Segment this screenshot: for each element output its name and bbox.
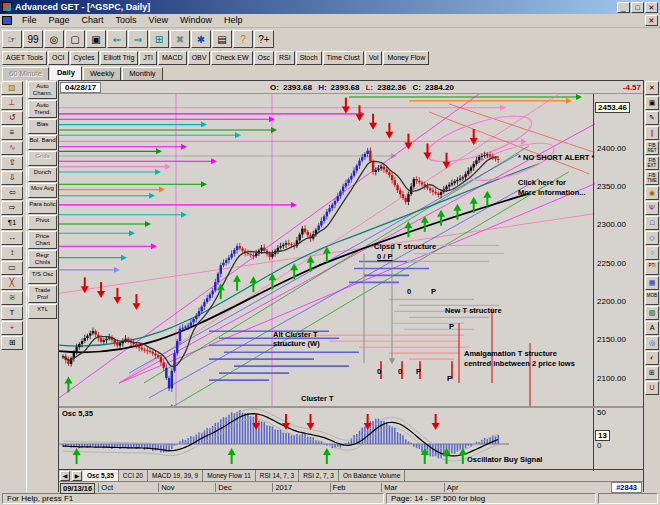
study-button-12[interactable]: Trade Prof [28,285,57,303]
box-tool-icon[interactable]: □ [645,216,659,230]
tab-scroll-right[interactable]: ▶ [72,471,82,481]
minimize-button[interactable]: _ [617,2,630,13]
click-here-link-2[interactable]: More Information... [518,188,586,197]
undo-tool-icon[interactable]: U [645,381,659,395]
text-tool-icon[interactable]: A [645,321,659,335]
new-page-icon[interactable]: ▢ [65,30,85,48]
study-icon[interactable]: ≡ [1,126,23,140]
show-lines-icon[interactable]: ≋ [1,291,23,305]
elliott-wave-icon[interactable]: ∿ [1,141,23,155]
indicator-tab-4[interactable]: RSI 14, 7, 3 [256,470,299,481]
grid-tool-icon[interactable]: ▦ [645,276,659,290]
chart-mdi-icon[interactable] [2,16,12,25]
study-button-13[interactable]: XTL [28,304,57,319]
study-button-4[interactable]: Grids [28,151,57,166]
hide-lines-icon[interactable]: ╳ [1,276,23,290]
arrow-up-icon[interactable]: ⇧ [1,156,23,170]
mob-tool-icon[interactable]: MOB [645,291,659,305]
fib-extension-tool-icon[interactable]: FIB EXT [645,156,659,170]
delete-page-icon[interactable]: ✖ [170,30,190,48]
trendlines-tool-icon[interactable]: ∥ [645,126,659,140]
reset-icon[interactable]: ↺ [1,111,23,125]
open-chart-icon[interactable]: ▨ [1,81,23,95]
menu-item-1[interactable]: Page [43,14,76,27]
crosshair-icon[interactable]: + [1,321,23,335]
ts-icon[interactable]: T [1,306,23,320]
v-expand-icon[interactable]: ↕ [1,246,23,260]
ellipse-tool-icon[interactable]: ○ [645,246,659,260]
study-toolbar-button-13[interactable]: Money Flow [383,51,429,65]
study-toolbar-button-3[interactable]: Elliott Trig [100,51,139,65]
indicator-tab-5[interactable]: RSI 2, 7, 3 [299,470,339,481]
zoom-icon[interactable]: ◎ [44,30,64,48]
quote-window-icon[interactable]: 99 [23,30,43,48]
settings-icon[interactable]: ✱ [191,30,211,48]
indicator-tab-3[interactable]: Money Flow 11 [203,470,256,481]
copy-page-tool-icon[interactable]: ⊞ [645,366,659,380]
click-here-link-1[interactable]: Click here for [518,178,566,187]
app-icon[interactable] [2,2,12,12]
restore-chart-icon[interactable]: ▣ [645,96,659,110]
study-toolbar-button-8[interactable]: Osc [254,51,274,65]
axes-icon[interactable]: ⊥ [1,96,23,110]
study-toolbar-button-5[interactable]: MACD [158,51,187,65]
close-button[interactable]: ✕ [645,2,658,13]
prev-page-icon[interactable]: ⇐ [107,30,127,48]
copy-page-icon[interactable]: ⊞ [149,30,169,48]
study-button-8[interactable]: Pivot [28,215,57,230]
indicator-tab-0[interactable]: Osc 5,35 [83,470,119,481]
menu-item-6[interactable]: Help [218,14,249,27]
study-toolbar-button-10[interactable]: Stoch [296,51,322,65]
mdi-close-button[interactable]: ✕ [645,15,658,26]
fib-time-tool-icon[interactable]: FIB TME [645,171,659,185]
study-toolbar-button-6[interactable]: OBV [188,51,211,65]
context-help-icon[interactable]: ?+ [254,30,274,48]
study-button-3[interactable]: Bol. Band [28,135,57,150]
pointer-icon[interactable]: ☞ [2,30,22,48]
indicator-tab-6[interactable]: On Balance Volume [339,470,405,481]
interval-tab-1[interactable]: Daily [50,66,82,80]
study-button-1[interactable]: Auto Trend. [28,100,57,118]
study-toolbar-button-1[interactable]: OCI [48,51,68,65]
menu-item-3[interactable]: Tools [110,14,143,27]
open-page-icon[interactable]: ▣ [86,30,106,48]
pencil-tool-icon[interactable]: ✎ [645,111,659,125]
study-toolbar-button-0[interactable]: AGET Tools [2,51,47,65]
study-button-11[interactable]: T/S Osc [28,269,57,284]
help-icon[interactable]: ? [233,30,253,48]
menu-item-2[interactable]: Chart [76,14,110,27]
maximize-button[interactable]: □ [631,2,644,13]
gann-tool-icon[interactable]: ◉ [645,186,659,200]
study-button-5[interactable]: Donch [28,167,57,182]
study-button-0[interactable]: Auto Chann. [28,81,57,99]
tab-scroll-left[interactable]: ◀ [60,471,70,481]
arrow-right-icon[interactable]: ⇨ [1,201,23,215]
pitchfork-tool-icon[interactable]: Ψ [645,201,659,215]
interval-tab-2[interactable]: Weekly [83,67,121,80]
study-button-7[interactable]: Para bolic [28,199,57,214]
menu-item-4[interactable]: View [143,14,174,27]
menu-item-5[interactable]: Window [174,14,218,27]
study-toolbar-button-9[interactable]: RSI [275,51,295,65]
expansion-tool-icon[interactable]: ◇ [645,231,659,245]
next-page-icon[interactable]: ⇒ [128,30,148,48]
pti-tool-icon[interactable]: PTI [645,261,659,275]
study-toolbar-button-12[interactable]: Vol [365,51,383,65]
interval-tab-0[interactable]: 60 Minute [2,67,49,80]
print-icon[interactable]: ▤ [212,30,232,48]
h-expand-icon[interactable]: ↔ [1,231,23,245]
study-button-6[interactable]: Mov Avg [28,183,57,198]
fib-retrace-tool-icon[interactable]: FIB RET [645,141,659,155]
study-toolbar-button-7[interactable]: Check EW [211,51,252,65]
study-button-2[interactable]: Bias [28,119,57,134]
indicator-tab-1[interactable]: CCI 20 [119,470,148,481]
study-button-9[interactable]: Price Chart [28,231,57,249]
indicator-tab-2[interactable]: MACD 19, 39, 9 [148,470,203,481]
colors-tool-icon[interactable]: ◐ [645,351,659,365]
close-chart-icon[interactable]: ✕ [645,81,659,95]
arrow-down-icon[interactable]: ⇩ [1,171,23,185]
bar-one-icon[interactable]: ¶1 [1,216,23,230]
study-toolbar-button-4[interactable]: JTI [139,51,157,65]
zoom-tool-icon[interactable]: ◎ [645,336,659,350]
arrow-left-icon[interactable]: ⇦ [1,186,23,200]
